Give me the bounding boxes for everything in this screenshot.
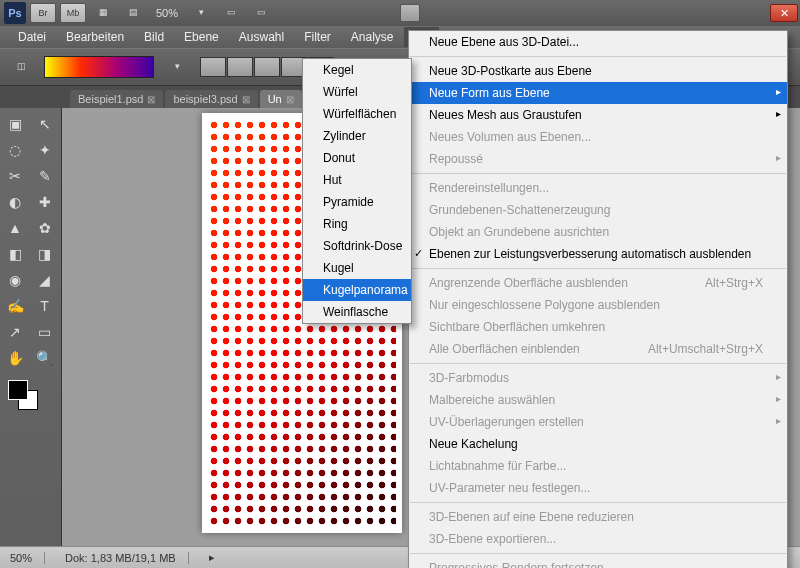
document-tab[interactable]: Beispiel1.psd⊠ bbox=[70, 90, 163, 108]
menu-item: Rendereinstellungen... bbox=[409, 177, 787, 199]
menu-item: Nur eingeschlossene Polygone ausblenden bbox=[409, 294, 787, 316]
menu-item: Sichtbare Oberflächen umkehren bbox=[409, 316, 787, 338]
header-button[interactable] bbox=[400, 4, 420, 22]
menu-item: 3D-Farbmodus bbox=[409, 367, 787, 389]
status-zoom[interactable]: 50% bbox=[10, 552, 45, 564]
submenu-item[interactable]: Ring bbox=[303, 213, 411, 235]
menu-item: UV-Überlagerungen erstellen bbox=[409, 411, 787, 433]
photoshop-logo: Ps bbox=[4, 2, 26, 24]
zoom-level[interactable]: 50% bbox=[150, 7, 184, 19]
gradient-tool-icon: ◫ bbox=[8, 57, 34, 77]
menu-item[interactable]: Ebenen zur Leistungsverbesserung automat… bbox=[409, 243, 787, 265]
submenu-item[interactable]: Softdrink-Dose bbox=[303, 235, 411, 257]
status-doc-size[interactable]: Dok: 1,83 MB/19,1 MB bbox=[65, 552, 189, 564]
view-extras-icon[interactable]: ▦ bbox=[90, 3, 116, 23]
submenu-item[interactable]: Würfel bbox=[303, 81, 411, 103]
submenu-item[interactable]: Würfelflächen bbox=[303, 103, 411, 125]
menu-ebene[interactable]: Ebene bbox=[174, 27, 229, 47]
tab-close-icon[interactable]: ⊠ bbox=[147, 94, 155, 105]
tool-button[interactable]: 🔍 bbox=[32, 346, 58, 370]
submenu-item[interactable]: Donut bbox=[303, 147, 411, 169]
menu-item: Lichtabnahme für Farbe... bbox=[409, 455, 787, 477]
menu-item: 3D-Ebene exportieren... bbox=[409, 528, 787, 550]
bridge-button[interactable]: Br bbox=[30, 3, 56, 23]
submenu-item[interactable]: Zylinder bbox=[303, 125, 411, 147]
tool-button[interactable]: ✍ bbox=[2, 294, 28, 318]
submenu-item[interactable]: Hut bbox=[303, 169, 411, 191]
menu-item: Progressives Rendern fortsetzen bbox=[409, 557, 787, 568]
menu-item: Grundebenen-Schattenerzeugung bbox=[409, 199, 787, 221]
gradient-picker-dropdown[interactable]: ▾ bbox=[164, 57, 190, 77]
submenu-item[interactable]: Weinflasche bbox=[303, 301, 411, 323]
document-tab[interactable]: Un⊠ bbox=[260, 90, 302, 108]
tab-close-icon[interactable]: ⊠ bbox=[242, 94, 250, 105]
menu-item: Alle Oberflächen einblendenAlt+Umschalt+… bbox=[409, 338, 787, 360]
submenu-item[interactable]: Kegel bbox=[303, 59, 411, 81]
zoom-dropdown-icon[interactable]: ▾ bbox=[188, 3, 214, 23]
menu-item: 3D-Ebenen auf eine Ebene reduzieren bbox=[409, 506, 787, 528]
menu-auswahl[interactable]: Auswahl bbox=[229, 27, 294, 47]
menu-analyse[interactable]: Analyse bbox=[341, 27, 404, 47]
tool-button[interactable]: ▭ bbox=[32, 320, 58, 344]
foreground-color[interactable] bbox=[8, 380, 28, 400]
submenu-item[interactable]: Kugel bbox=[303, 257, 411, 279]
status-arrow-icon[interactable]: ▸ bbox=[209, 551, 215, 564]
menu-item[interactable]: Neues Mesh aus Graustufen bbox=[409, 104, 787, 126]
submenu-shape: KegelWürfelWürfelflächenZylinderDonutHut… bbox=[302, 58, 412, 324]
screen-mode-icon[interactable]: ▭ bbox=[248, 3, 274, 23]
menu-item[interactable]: Neue 3D-Postkarte aus Ebene bbox=[409, 60, 787, 82]
view-rulers-icon[interactable]: ▤ bbox=[120, 3, 146, 23]
document-tab[interactable]: beispiel3.psd⊠ bbox=[165, 90, 257, 108]
color-swatches[interactable] bbox=[2, 378, 59, 414]
radial-gradient-button[interactable] bbox=[227, 57, 253, 77]
menu-item: Neues Volumen aus Ebenen... bbox=[409, 126, 787, 148]
tool-button[interactable]: ◨ bbox=[32, 242, 58, 266]
menu-bearbeiten[interactable]: Bearbeiten bbox=[56, 27, 134, 47]
tool-button[interactable]: ▣ bbox=[2, 112, 28, 136]
menu-item[interactable]: Neue Ebene aus 3D-Datei... bbox=[409, 31, 787, 53]
menu-item: Objekt an Grundebene ausrichten bbox=[409, 221, 787, 243]
arrange-icon[interactable]: ▭ bbox=[218, 3, 244, 23]
menu-item[interactable]: Neue Kachelung bbox=[409, 433, 787, 455]
menu-filter[interactable]: Filter bbox=[294, 27, 341, 47]
tool-button[interactable]: ✦ bbox=[32, 138, 58, 162]
tool-button[interactable]: ✚ bbox=[32, 190, 58, 214]
menu-item: Angrenzende Oberfläche ausblendenAlt+Str… bbox=[409, 272, 787, 294]
menu-item: Repoussé bbox=[409, 148, 787, 170]
tool-button[interactable]: ↗ bbox=[2, 320, 28, 344]
angle-gradient-button[interactable] bbox=[254, 57, 280, 77]
tool-button[interactable]: ◉ bbox=[2, 268, 28, 292]
menu-3d: Neue Ebene aus 3D-Datei...Neue 3D-Postka… bbox=[408, 30, 788, 568]
submenu-item[interactable]: Kugelpanorama bbox=[303, 279, 411, 301]
toolbox: ▣↖◌✦✂✎◐✚▲✿◧◨◉◢✍T↗▭✋🔍 bbox=[0, 108, 62, 546]
tool-button[interactable]: ✋ bbox=[2, 346, 28, 370]
linear-gradient-button[interactable] bbox=[200, 57, 226, 77]
minibridge-button[interactable]: Mb bbox=[60, 3, 86, 23]
menu-datei[interactable]: Datei bbox=[8, 27, 56, 47]
gradient-preview[interactable] bbox=[44, 56, 154, 78]
tool-button[interactable]: ✎ bbox=[32, 164, 58, 188]
close-icon[interactable]: ✕ bbox=[770, 4, 798, 22]
menu-item: UV-Parameter neu festlegen... bbox=[409, 477, 787, 499]
tool-button[interactable]: ▲ bbox=[2, 216, 28, 240]
tool-button[interactable]: ◢ bbox=[32, 268, 58, 292]
tool-button[interactable]: ◌ bbox=[2, 138, 28, 162]
menu-bild[interactable]: Bild bbox=[134, 27, 174, 47]
tool-button[interactable]: ↖ bbox=[32, 112, 58, 136]
tab-close-icon[interactable]: ⊠ bbox=[286, 94, 294, 105]
menu-item: Malbereiche auswählen bbox=[409, 389, 787, 411]
tool-button[interactable]: T bbox=[32, 294, 58, 318]
tool-button[interactable]: ◐ bbox=[2, 190, 28, 214]
tool-button[interactable]: ◧ bbox=[2, 242, 28, 266]
submenu-item[interactable]: Pyramide bbox=[303, 191, 411, 213]
tool-button[interactable]: ✂ bbox=[2, 164, 28, 188]
menu-item[interactable]: Neue Form aus Ebene bbox=[409, 82, 787, 104]
tool-button[interactable]: ✿ bbox=[32, 216, 58, 240]
